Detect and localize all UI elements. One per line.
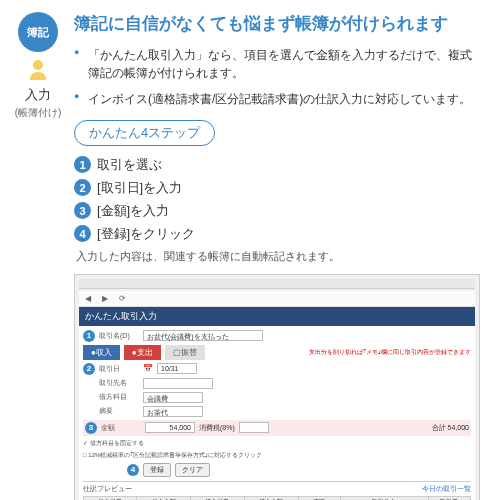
marker-1: 1 [83, 330, 95, 342]
left-subtitle: (帳簿付け) [12, 106, 64, 120]
svg-point-0 [33, 60, 43, 70]
step-4: [登録]をクリック [97, 225, 195, 243]
marker-4: 4 [127, 464, 139, 476]
person-icon [12, 58, 64, 82]
tab-expense[interactable]: ●支出 [124, 345, 161, 360]
step-2: [取引日]を入力 [97, 179, 182, 197]
tax-input[interactable] [239, 422, 269, 433]
tx-name-label: 取引名(D) [99, 331, 139, 341]
amount-input[interactable]: 54,000 [145, 422, 195, 433]
date-input[interactable]: 10/31 [157, 363, 197, 374]
left-title: 入力 [12, 86, 64, 104]
register-button[interactable]: 登録 [143, 463, 171, 477]
bullet-1: 「かんたん取引入力」なら、項目を選んで金額を入力するだけで、複式簿記の帳簿が付け… [74, 46, 480, 82]
feature-bullets: 「かんたん取引入力」なら、項目を選んで金額を入力するだけで、複式簿記の帳簿が付け… [74, 46, 480, 108]
auto-note: 入力した内容は、関連する帳簿に自動転記されます。 [76, 249, 480, 264]
client-label: 取引先名 [99, 378, 139, 388]
step-list: 1取引を選ぶ 2[取引日]を入力 3[金額]を入力 4[登録]をクリック [74, 156, 480, 243]
debit-label: 借方科目 [99, 392, 139, 402]
logo-badge: 簿記 [18, 12, 58, 52]
tax-label: 消費税(8%) [199, 423, 235, 433]
date-label: 取引日 [99, 364, 139, 374]
screenshot-panel: ◀▶⟳ かんたん取引入力 1 取引名(D) お盆代(会議費)を支払った ●収入 … [74, 274, 480, 500]
preview-title: 仕訳プレビュー [83, 484, 132, 494]
client-input[interactable] [143, 378, 213, 389]
step-num-3: 3 [74, 202, 91, 219]
bullet-2: インボイス(適格請求書/区分記載請求書)の仕訳入力に対応しています。 [74, 90, 480, 108]
step-box-label: かんたん4ステップ [74, 120, 215, 146]
marker-2: 2 [83, 363, 95, 375]
step-num-1: 1 [74, 156, 91, 173]
step-num-4: 4 [74, 225, 91, 242]
main-heading: 簿記に自信がなくても悩まず帳簿が付けられます [74, 12, 480, 36]
step-1: 取引を選ぶ [97, 156, 162, 174]
tab-income[interactable]: ●収入 [83, 345, 120, 360]
checkbox-2[interactable]: □ 12%軽減税率の｢区分記載請求書等保存方式｣に対応するクリック [83, 451, 262, 460]
tx-name-select[interactable]: お盆代(会議費)を支払った [143, 330, 263, 341]
tab-transfer[interactable]: ▢振替 [165, 345, 205, 360]
summary-label: 摘要 [99, 406, 139, 416]
window-toolbar: ◀▶⟳ [79, 291, 475, 307]
window-titlebar [79, 279, 475, 289]
today-link[interactable]: 今日の取引一覧 [422, 484, 471, 494]
step-num-2: 2 [74, 179, 91, 196]
clear-button[interactable]: クリア [175, 463, 210, 477]
amount-label: 金額 [101, 423, 141, 433]
step-3: [金額]を入力 [97, 202, 169, 220]
calendar-icon[interactable]: 📅 [143, 364, 153, 373]
total-label: 合計 54,000 [432, 423, 469, 433]
red-hint: 支出分を削り切れば｢メモ｣欄に同じ取引内容が登録できます [309, 348, 471, 357]
journal-preview-table: 借方科目 借方金額 貸方科目 貸方金額 摘要 取引先名 取引日 会議費54,00… [83, 496, 471, 500]
summary-input[interactable]: お茶代 [143, 406, 203, 417]
debit-select[interactable]: 会議費 [143, 392, 203, 403]
marker-3: 3 [85, 422, 97, 434]
checkbox-1[interactable]: ✓ 借方科目を固定する [83, 439, 144, 448]
panel-header: かんたん取引入力 [79, 307, 475, 326]
